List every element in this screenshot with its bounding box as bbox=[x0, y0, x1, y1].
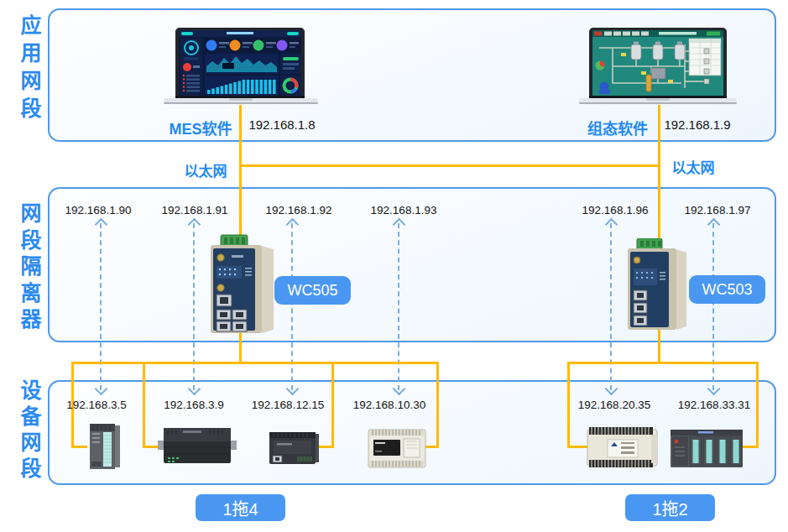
device-ip: 192.168.20.35 bbox=[578, 399, 650, 411]
scada-laptop-image bbox=[579, 28, 737, 106]
scada-host-ip: 192.168.1.9 bbox=[664, 117, 730, 132]
virtual-ip: 192.168.1.97 bbox=[685, 204, 751, 216]
plc-s7300-drawing bbox=[84, 421, 124, 472]
group-badge-1-to-2: 1拖2 bbox=[625, 494, 715, 521]
device-ip: 192.168.3.9 bbox=[164, 399, 223, 411]
section-label-application: 应用网段 bbox=[18, 14, 39, 125]
wc505-gateway-image bbox=[206, 234, 277, 336]
scada-host-label: 组态软件 bbox=[587, 117, 648, 138]
ip-mapping-arrow bbox=[398, 223, 399, 390]
ip-mapping-arrow bbox=[291, 223, 293, 390]
device-ip: 192.168.10.30 bbox=[353, 399, 425, 411]
cable-drop bbox=[331, 362, 334, 448]
ethernet-label-left: 以太网 bbox=[185, 159, 227, 180]
wc505-model-badge: WC505 bbox=[274, 276, 351, 305]
scada-hmi-screen-image bbox=[579, 28, 737, 106]
plc-delta-dvp-drawing bbox=[586, 424, 660, 471]
device-ip: 192.168.12.15 bbox=[252, 399, 324, 411]
section-label-isolator: 网段隔离器 bbox=[18, 202, 39, 335]
virtual-ip: 192.168.1.96 bbox=[582, 204, 649, 216]
network-topology-diagram: 应用网段 网段隔离器 设备网段 bbox=[0, 0, 788, 532]
wc505-device-drawing bbox=[206, 234, 277, 336]
ip-mapping-arrow bbox=[193, 223, 195, 390]
virtual-ip: 192.168.1.90 bbox=[65, 204, 132, 216]
cable-drop bbox=[567, 362, 570, 448]
plc-fx3u-image bbox=[368, 425, 428, 471]
mes-host-label: MES软件 bbox=[169, 117, 232, 138]
plc-mitsubishi-q-image bbox=[670, 427, 745, 469]
mes-host-ip: 192.168.1.8 bbox=[248, 117, 315, 132]
ip-mapping-arrow bbox=[712, 223, 714, 390]
ip-mapping-arrow bbox=[610, 223, 612, 390]
virtual-ip: 192.168.1.93 bbox=[371, 204, 437, 216]
device-ip: 192.168.3.5 bbox=[66, 399, 126, 411]
ip-mapping-arrow bbox=[100, 223, 102, 390]
wc503-device-drawing bbox=[624, 238, 690, 332]
virtual-ip: 192.168.1.91 bbox=[162, 204, 228, 216]
group-badge-1-to-4: 1拖4 bbox=[196, 494, 285, 521]
cable-drop bbox=[436, 362, 439, 448]
ethernet-label-right: 以太网 bbox=[672, 156, 715, 177]
wc503-model-badge: WC503 bbox=[689, 275, 765, 304]
plc-delta-dvp-image bbox=[586, 424, 660, 471]
virtual-ip: 192.168.1.92 bbox=[266, 204, 332, 216]
cable-ethernet-connector bbox=[239, 164, 660, 167]
plc-s71200-drawing bbox=[267, 426, 321, 468]
wc503-gateway-image bbox=[624, 238, 690, 332]
plc-fx3u-drawing bbox=[368, 425, 428, 471]
cable-bus-left bbox=[71, 362, 439, 364]
cable-drop bbox=[756, 362, 759, 448]
plc-s7200-image bbox=[158, 424, 237, 467]
mes-laptop-image bbox=[164, 28, 318, 106]
plc-s7200-drawing bbox=[158, 424, 237, 467]
plc-s7300-image bbox=[84, 421, 124, 472]
mes-dashboard-screen-image bbox=[164, 28, 318, 106]
section-label-device: 设备网段 bbox=[18, 379, 39, 483]
cable-bus-right bbox=[567, 362, 759, 364]
plc-s71200-image bbox=[267, 426, 321, 468]
plc-mitsubishi-q-drawing bbox=[670, 427, 745, 469]
device-ip: 192.168.33.31 bbox=[678, 399, 750, 411]
cable-drop bbox=[143, 362, 145, 448]
